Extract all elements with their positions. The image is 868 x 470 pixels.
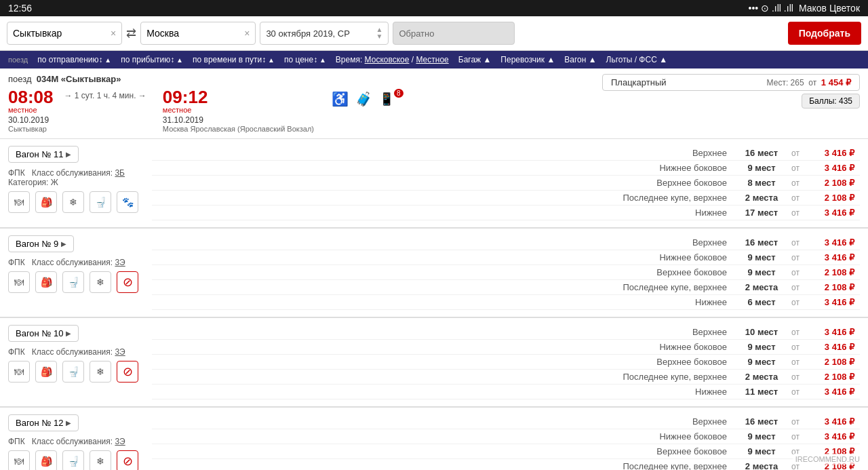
- seat-from: от: [785, 432, 806, 442]
- swap-button[interactable]: ⇄: [126, 26, 136, 41]
- seat-row: Последнее купе, верхнее 2 места от 2 108…: [152, 280, 860, 295]
- seat-name: Верхнее боковое: [152, 178, 738, 188]
- date-field[interactable]: 30 октября 2019, СР ▲▼: [260, 22, 389, 45]
- filter-departure[interactable]: по отправлению↕: [37, 55, 111, 64]
- snowflake-icon: ❄: [90, 361, 111, 383]
- seat-name: Верхнее боковое: [152, 357, 738, 367]
- back-field[interactable]: Обратно: [393, 22, 515, 45]
- seat-count: 9 мест: [738, 446, 785, 456]
- wc-icon: 🚽: [90, 191, 111, 213]
- wagon-info: ФПК Класс обслуживания: 3Б Категория: Ж: [8, 168, 144, 187]
- seat-count: 10 мест: [738, 327, 785, 337]
- filter-time-zone[interactable]: Время: Московское / Местное: [336, 55, 449, 64]
- wagon-icons-row: 🍽 🎒 ❄ 🚽 🐾: [8, 191, 144, 213]
- seat-row: Последнее купе, верхнее 2 места от 2 108…: [152, 370, 860, 385]
- departure-time-label: местное: [8, 106, 54, 114]
- filter-bar: поезд по отправлению↕ по прибытию↕ по вр…: [0, 51, 868, 68]
- phone-badge: 📱8: [379, 92, 403, 106]
- seat-from: от: [785, 372, 806, 382]
- wagon-section: Вагон № 12 ▶ ФПК Класс обслуживания: 3Э …: [0, 408, 868, 470]
- to-input[interactable]: [146, 28, 241, 39]
- seat-name: Нижнее боковое: [152, 163, 738, 173]
- top-bar: 12:56 ••• ⊙ .ıll .ıll Маков Цветок: [0, 0, 868, 16]
- travel-time: → 1 сут. 1 ч. 4 мин. →: [64, 88, 146, 100]
- seat-price: 3 416 ₽: [806, 208, 860, 218]
- seat-price: 2 108 ₽: [806, 178, 860, 188]
- departure-station: Сыктывкар: [8, 125, 54, 133]
- seat-from: от: [785, 149, 806, 158]
- seat-row: Нижнее боковое 9 мест от 3 416 ₽: [152, 340, 860, 355]
- from-label: от: [808, 78, 816, 87]
- ticket-type-button[interactable]: Плацкартный Мест: 265 от 1 454 ₽: [602, 74, 860, 91]
- seat-row: Верхнее 16 мест от 3 416 ₽: [152, 235, 860, 250]
- snowflake-icon: ❄: [62, 191, 84, 213]
- wagon-left: Вагон № 10 ▶ ФПК Класс обслуживания: 3Э …: [8, 325, 144, 399]
- back-label: Обратно: [399, 28, 434, 39]
- filter-wagon[interactable]: Вагон ▲: [564, 55, 596, 64]
- seat-from: от: [785, 283, 806, 292]
- seat-row: Верхнее 16 мест от 3 416 ₽: [152, 146, 860, 161]
- to-clear-btn[interactable]: ×: [244, 28, 250, 39]
- seat-name: Последнее купе, верхнее: [152, 461, 738, 470]
- search-bar: × ⇄ × 30 октября 2019, СР ▲▼ Обратно Под…: [0, 16, 868, 51]
- from-clear-btn[interactable]: ×: [111, 28, 116, 39]
- wagons-container: Вагон № 11 ▶ ФПК Класс обслуживания: 3Б …: [0, 139, 868, 470]
- seat-name: Последнее купе, верхнее: [152, 282, 738, 292]
- seat-count: 2 места: [738, 282, 785, 292]
- seat-count: 8 мест: [738, 178, 785, 188]
- filter-price[interactable]: по цене↕: [284, 55, 326, 64]
- seat-row: Верхнее боковое 9 мест от 2 108 ₽: [152, 444, 860, 459]
- wagon-button[interactable]: Вагон № 9 ▶: [8, 235, 74, 252]
- seat-row: Последнее купе, верхнее 2 места от 2 108…: [152, 191, 860, 205]
- wagon-section: Вагон № 10 ▶ ФПК Класс обслуживания: 3Э …: [0, 318, 868, 408]
- seat-row: Нижнее 17 мест от 3 416 ₽: [152, 205, 860, 220]
- wagon-button[interactable]: Вагон № 12 ▶: [8, 414, 79, 431]
- seat-price: 2 108 ₽: [806, 357, 860, 367]
- luggage-icon: 🎒: [35, 191, 57, 213]
- seat-name: Нижнее: [152, 387, 738, 397]
- wagon-section: Вагон № 9 ▶ ФПК Класс обслуживания: 3Э 🍽…: [0, 229, 868, 318]
- seat-name: Нижнее боковое: [152, 431, 738, 442]
- seat-name: Верхнее: [152, 237, 738, 248]
- search-button[interactable]: Подобрать: [788, 22, 861, 45]
- seat-price: 2 108 ₽: [806, 282, 860, 292]
- to-field[interactable]: ×: [140, 22, 256, 45]
- filter-label: поезд: [8, 56, 28, 64]
- seat-from: от: [785, 417, 806, 427]
- wagon-button[interactable]: Вагон № 11 ▶: [8, 146, 79, 163]
- seat-price: 3 416 ₽: [806, 252, 860, 262]
- from-input[interactable]: [13, 28, 108, 39]
- signal-icons: ••• ⊙ .ıll .ıll: [749, 3, 793, 14]
- departure-date: 30.10.2019: [8, 115, 54, 125]
- seat-price: 3 416 ₽: [806, 416, 860, 427]
- filter-benefits[interactable]: Льготы / ФСС ▲: [606, 55, 667, 64]
- wagon-seats: Верхнее 10 мест от 3 416 ₽ Нижнее боково…: [152, 325, 860, 399]
- filter-arrival[interactable]: по прибытию↕: [121, 55, 183, 64]
- wagon-left: Вагон № 11 ▶ ФПК Класс обслуживания: 3Б …: [8, 146, 144, 220]
- wagon-icons-row: 🍽 🎒 🚽 ❄ ⊘: [8, 450, 144, 470]
- from-field[interactable]: ×: [7, 22, 122, 45]
- train-number-label: поезд 034М «Сыктывкар»: [8, 74, 403, 84]
- wagon-button[interactable]: Вагон № 10 ▶: [8, 325, 79, 342]
- filter-carrier[interactable]: Перевозчик ▲: [500, 55, 555, 64]
- date-arrows[interactable]: ▲▼: [376, 26, 382, 40]
- arrival-time: 09:12: [163, 88, 314, 106]
- seat-price: 3 416 ₽: [806, 431, 860, 442]
- seat-row: Верхнее боковое 9 мест от 2 108 ₽: [152, 265, 860, 280]
- filter-baggage[interactable]: Багаж ▲: [458, 55, 492, 64]
- seat-name: Верхнее: [152, 416, 738, 427]
- seat-count: 16 мест: [738, 416, 785, 427]
- accessibility-icon: ♿: [332, 91, 349, 107]
- seat-from: от: [785, 178, 806, 188]
- seat-from: от: [785, 342, 806, 352]
- username: Маков Цветок: [799, 3, 860, 14]
- seat-price: 3 416 ₽: [806, 297, 860, 307]
- filter-travel-time[interactable]: по времени в пути↕: [193, 55, 275, 64]
- bonus-button[interactable]: Баллы: 435: [802, 94, 860, 109]
- wagon-seats: Верхнее 16 мест от 3 416 ₽ Нижнее боково…: [152, 235, 860, 310]
- seat-from: от: [785, 253, 806, 262]
- seat-from: от: [785, 298, 806, 307]
- seat-count: 9 мест: [738, 431, 785, 442]
- seat-price: 2 108 ₽: [806, 267, 860, 277]
- dining-icon: 🍽: [8, 450, 30, 470]
